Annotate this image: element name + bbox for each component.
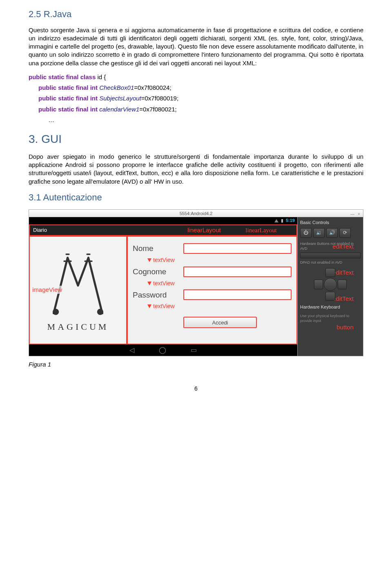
edittext-annotation-1: editText [332, 242, 354, 251]
svg-point-0 [54, 310, 58, 314]
svg-point-1 [98, 310, 102, 314]
code-line-4: public static final int calendarView1=0x… [38, 105, 363, 113]
window-title: 5554:Android4.2 [180, 211, 213, 216]
code-text: =0x7f080019; [141, 95, 178, 102]
volume-down-icon[interactable]: 🔉 [313, 228, 325, 238]
dpad-right-button[interactable] [338, 280, 347, 289]
arrow-down-icon [147, 304, 151, 308]
section-3-title: 3. GUI [29, 131, 363, 147]
cognome-label: Cognome [133, 267, 178, 277]
hw-keyboard-sub: Use your physical keyboard to provide in… [300, 313, 361, 323]
imageview-annotation: imageView [32, 286, 62, 294]
textview-annotation-1: textView [147, 256, 292, 264]
section-2-5-title: 2.5 R.Java [29, 8, 363, 20]
code-line-2: public static final int CheckBox01=0x7f0… [38, 84, 363, 92]
linearlayout-annotation-2: linearLayout [187, 226, 221, 234]
code-line-3: public static final int SubjectsLayout=0… [38, 94, 363, 102]
emulator-figure: 5554:Android4.2 — × ▮ 5:19 Diario linear… [29, 209, 363, 356]
volume-up-icon[interactable]: 🔊 [326, 228, 338, 238]
signal-icon [274, 219, 278, 222]
back-icon[interactable]: ◁ [129, 346, 134, 355]
code-var: SubjectsLayout [99, 95, 141, 102]
linearlayout-annotation-1: linearLayout [245, 226, 277, 234]
code-ellipsis: … [48, 116, 363, 124]
keyword: public static final int [38, 84, 99, 91]
form-container: linearLayout Nome textView editText Cogn… [127, 236, 297, 344]
code-text: =0x7f080021; [139, 106, 176, 113]
android-navbar: ◁ ◯ ▭ [29, 344, 297, 356]
textview-annotation-3: textView [147, 302, 292, 310]
window-titlebar: 5554:Android4.2 — × [29, 210, 363, 217]
page-number: 6 [29, 385, 363, 393]
app-actionbar: Diario linearLayout [29, 224, 297, 236]
app-title: Diario [33, 227, 47, 234]
basic-controls-title: Basic Controls [300, 220, 361, 226]
keyword: public static final class [29, 73, 97, 80]
nome-label: Nome [133, 243, 178, 254]
dpad-note: DPAD not enabled in AVD [300, 260, 361, 265]
dpad-left-button[interactable] [314, 280, 323, 289]
nome-input[interactable] [183, 243, 292, 254]
power-icon[interactable]: ⏻ [300, 228, 312, 238]
magicum-text: MAGICUM [47, 321, 109, 333]
disabled-bar [300, 253, 361, 258]
pencils-logo-icon [43, 247, 113, 317]
arrow-down-icon [147, 282, 151, 285]
password-input[interactable] [183, 289, 292, 300]
android-statusbar: ▮ 5:19 [29, 217, 297, 224]
password-label: Password [133, 290, 178, 300]
section-3-paragraph: Dopo aver spiegato in modo generico le s… [29, 153, 363, 186]
home-icon[interactable]: ◯ [159, 346, 166, 355]
code-text: =0x7f080024; [134, 84, 171, 91]
button-annotation: button [336, 323, 354, 331]
code-var: CheckBox01 [99, 84, 134, 91]
emulator-window: 5554:Android4.2 — × ▮ 5:19 Diario linear… [29, 209, 363, 356]
dpad-control [314, 268, 347, 301]
rotate-icon[interactable]: ⟳ [339, 228, 351, 238]
imageview-container: imageView MAGICUM [29, 236, 127, 344]
arrow-down-icon [147, 258, 151, 262]
dpad-down-button[interactable] [325, 292, 335, 301]
section-3-1-title: 3.1 Autenticazione [29, 191, 363, 204]
textview-annotation-2: textView [147, 280, 292, 287]
android-screen: ▮ 5:19 Diario linearLayout imageView [29, 217, 298, 356]
emulator-sidepanel: Basic Controls ⏻ 🔉 🔊 ⟳ Hardware Buttons … [298, 217, 363, 356]
code-text: id { [97, 73, 106, 80]
keyword: public static final int [38, 106, 99, 113]
recent-icon[interactable]: ▭ [191, 346, 197, 355]
clock-text: 5:19 [286, 218, 295, 224]
dpad-center-button[interactable] [324, 278, 337, 291]
section-2-5-paragraph: Questo sorgente Java si genera e si aggi… [29, 26, 363, 67]
dpad-up-button[interactable] [325, 268, 335, 277]
figure-caption: Figura 1 [29, 360, 363, 369]
battery-icon: ▮ [281, 218, 283, 224]
hw-keyboard-title: Hardware Keyboard [300, 304, 361, 310]
keyword: public static final int [38, 95, 99, 102]
cognome-input[interactable] [183, 267, 292, 277]
content-area: imageView MAGICUM [29, 236, 297, 344]
code-line-1: public static final class id { [29, 73, 363, 81]
accedi-button[interactable]: Accedi [183, 317, 257, 328]
code-var: calendarView1 [99, 106, 139, 113]
minimize-icon[interactable]: — [350, 211, 355, 215]
close-icon[interactable]: × [356, 211, 361, 215]
